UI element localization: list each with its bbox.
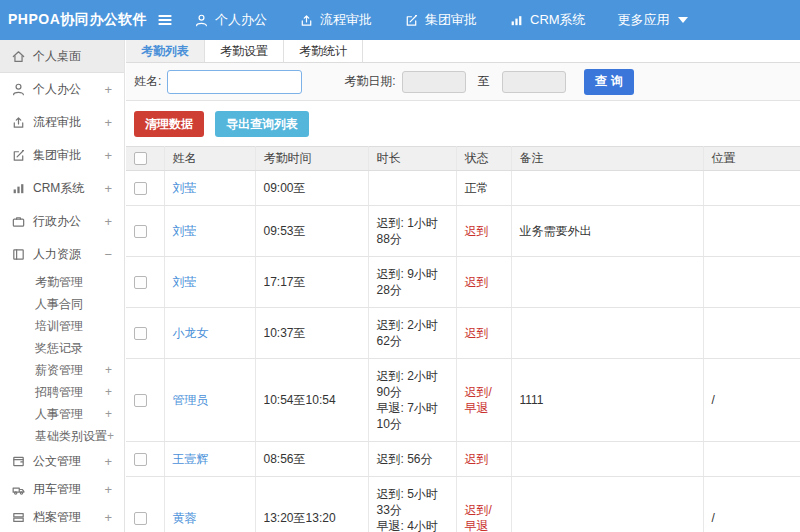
expand-icon[interactable]: + bbox=[107, 429, 114, 443]
tab-2[interactable]: 考勤统计 bbox=[284, 40, 363, 62]
col-header-4: 备注 bbox=[511, 147, 703, 171]
sidebar-item-label: 行政办公 bbox=[33, 213, 104, 230]
select-all-checkbox[interactable] bbox=[134, 152, 147, 165]
tab-bar: 考勤列表考勤设置考勤统计 bbox=[126, 40, 800, 63]
sidebar-item-8[interactable]: 用车管理+ bbox=[0, 475, 124, 503]
sidebar-item-9[interactable]: 档案管理+ bbox=[0, 503, 124, 531]
nav-item-label: 更多应用 bbox=[618, 11, 670, 29]
employee-name-link[interactable]: 王壹辉 bbox=[164, 442, 255, 477]
duration-cell: 迟到: 2小时62分 bbox=[368, 308, 456, 359]
expand-icon[interactable]: + bbox=[104, 181, 112, 196]
sidebar-subitem-1[interactable]: 人事合同 bbox=[0, 293, 124, 315]
sidebar-subitem-label: 培训管理 bbox=[35, 318, 112, 335]
hr-icon bbox=[11, 247, 26, 262]
nav-item-label: 流程审批 bbox=[320, 11, 372, 29]
nav-item-0[interactable]: 个人办公 bbox=[194, 11, 267, 29]
attendance-time-cell: 08:56至 bbox=[255, 442, 368, 477]
location-cell bbox=[703, 206, 800, 257]
person-icon bbox=[11, 82, 26, 97]
sidebar-item-2[interactable]: 流程审批+ bbox=[0, 106, 124, 139]
nav-item-2[interactable]: 集团审批 bbox=[404, 11, 477, 29]
sidebar-item-0[interactable]: 个人桌面 bbox=[0, 40, 124, 73]
filter-bar: 姓名: 考勤日期: 至 查询 bbox=[126, 63, 800, 101]
sidebar-item-1[interactable]: 个人办公+ bbox=[0, 73, 124, 106]
tab-1[interactable]: 考勤设置 bbox=[205, 40, 284, 62]
row-checkbox[interactable] bbox=[134, 327, 147, 340]
expand-icon[interactable]: + bbox=[104, 148, 112, 163]
expand-icon[interactable]: + bbox=[105, 385, 112, 399]
sidebar-item-label: 个人桌面 bbox=[33, 48, 112, 65]
sidebar-item-6[interactable]: 人力资源− bbox=[0, 238, 124, 271]
sidebar-item-label: 个人办公 bbox=[33, 81, 104, 98]
location-cell bbox=[703, 308, 800, 359]
attendance-time-cell: 09:00至 bbox=[255, 171, 368, 206]
sidebar-subitem-label: 薪资管理 bbox=[35, 362, 105, 379]
nav-item-1[interactable]: 流程审批 bbox=[299, 11, 372, 29]
menu-toggle-icon[interactable] bbox=[150, 11, 180, 29]
table-row-6: 黄蓉13:20至13:20迟到: 5小时33分早退: 4小时67分迟到/早退/ bbox=[126, 477, 800, 532]
sidebar-item-7[interactable]: 公文管理+ bbox=[0, 447, 124, 475]
row-checkbox[interactable] bbox=[134, 276, 147, 289]
remark-cell: 1111 bbox=[511, 359, 703, 442]
row-checkbox[interactable] bbox=[134, 512, 147, 525]
briefcase-icon bbox=[11, 214, 26, 229]
status-cell: 迟到 bbox=[456, 308, 511, 359]
expand-icon[interactable]: + bbox=[104, 214, 112, 229]
employee-name-link[interactable]: 刘莹 bbox=[164, 257, 255, 308]
col-header-3: 状态 bbox=[456, 147, 511, 171]
sidebar-subitem-2[interactable]: 培训管理 bbox=[0, 315, 124, 337]
row-checkbox[interactable] bbox=[134, 453, 147, 466]
status-cell: 迟到 bbox=[456, 257, 511, 308]
edit-icon bbox=[404, 13, 419, 28]
row-checkbox[interactable] bbox=[134, 394, 147, 407]
name-label: 姓名: bbox=[134, 73, 161, 90]
sidebar-subitem-4[interactable]: 薪资管理+ bbox=[0, 359, 124, 381]
duration-cell: 迟到: 56分 bbox=[368, 442, 456, 477]
sidebar-subitem-5[interactable]: 招聘管理+ bbox=[0, 381, 124, 403]
sidebar-subitem-0[interactable]: 考勤管理 bbox=[0, 271, 124, 293]
name-input[interactable] bbox=[167, 70, 302, 94]
nav-item-3[interactable]: CRM系统 bbox=[509, 11, 586, 29]
expand-icon[interactable]: + bbox=[104, 454, 112, 469]
app-logo[interactable]: PHPOA协同办公软件 bbox=[0, 11, 150, 29]
row-checkbox[interactable] bbox=[134, 182, 147, 195]
duration-cell bbox=[368, 171, 456, 206]
row-checkbox[interactable] bbox=[134, 225, 147, 238]
sidebar-item-label: 用车管理 bbox=[33, 481, 104, 498]
search-button[interactable]: 查询 bbox=[584, 69, 634, 95]
collapse-icon[interactable]: − bbox=[104, 247, 112, 262]
expand-icon[interactable]: + bbox=[104, 115, 112, 130]
sidebar-item-3[interactable]: 集团审批+ bbox=[0, 139, 124, 172]
employee-name-link[interactable]: 管理员 bbox=[164, 359, 255, 442]
nav-item-label: CRM系统 bbox=[530, 11, 586, 29]
expand-icon[interactable]: + bbox=[104, 482, 112, 497]
employee-name-link[interactable]: 刘莹 bbox=[164, 171, 255, 206]
employee-name-link[interactable]: 黄蓉 bbox=[164, 477, 255, 532]
sidebar-item-4[interactable]: CRM系统+ bbox=[0, 172, 124, 205]
sidebar-subitem-6[interactable]: 人事管理+ bbox=[0, 403, 124, 425]
vehicle-icon bbox=[11, 482, 26, 497]
remark-cell bbox=[511, 257, 703, 308]
document-icon bbox=[11, 454, 26, 469]
expand-icon[interactable]: + bbox=[105, 407, 112, 421]
expand-icon[interactable]: + bbox=[104, 82, 112, 97]
clean-data-button[interactable]: 清理数据 bbox=[134, 111, 204, 137]
expand-icon[interactable]: + bbox=[104, 510, 112, 525]
sidebar: 个人桌面个人办公+流程审批+集团审批+CRM系统+行政办公+人力资源−考勤管理人… bbox=[0, 40, 125, 532]
employee-name-link[interactable]: 小龙女 bbox=[164, 308, 255, 359]
export-list-button[interactable]: 导出查询列表 bbox=[215, 111, 309, 137]
action-bar: 清理数据 导出查询列表 bbox=[126, 101, 800, 146]
sidebar-subitem-label: 人事管理 bbox=[35, 406, 105, 423]
attendance-time-cell: 10:54至10:54 bbox=[255, 359, 368, 442]
date-from-input[interactable] bbox=[402, 71, 466, 93]
employee-name-link[interactable]: 刘莹 bbox=[164, 206, 255, 257]
date-to-input[interactable] bbox=[502, 71, 566, 93]
tab-0[interactable]: 考勤列表 bbox=[126, 40, 205, 62]
sidebar-item-5[interactable]: 行政办公+ bbox=[0, 205, 124, 238]
sidebar-subitem-7[interactable]: 基础类别设置+ bbox=[0, 425, 124, 447]
expand-icon[interactable]: + bbox=[105, 363, 112, 377]
nav-item-4[interactable]: 更多应用 bbox=[618, 11, 688, 29]
remark-cell bbox=[511, 308, 703, 359]
table-body: 刘莹09:00至正常刘莹09:53至迟到: 1小时88分迟到业务需要外出刘莹17… bbox=[126, 171, 800, 532]
sidebar-subitem-3[interactable]: 奖惩记录 bbox=[0, 337, 124, 359]
